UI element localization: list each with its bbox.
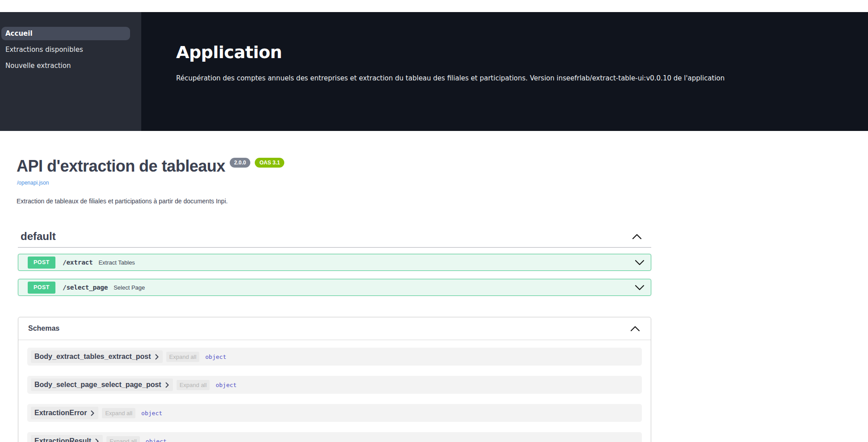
chevron-down-icon: [635, 285, 645, 290]
sidebar-item-nouvelle-extraction[interactable]: Nouvelle extraction: [1, 59, 130, 72]
sidebar: Accueil Extractions disponibles Nouvelle…: [0, 12, 141, 131]
schema-type: object: [141, 410, 162, 417]
schema-toggle[interactable]: Body_extract_tables_extract_post: [31, 350, 163, 363]
openapi-spec-link[interactable]: /openapi.json: [17, 180, 49, 186]
page-title: Application: [176, 42, 725, 62]
expand-all-button[interactable]: Expand all: [102, 408, 135, 418]
sidebar-item-label: Accueil: [5, 29, 33, 38]
chevron-down-icon: [635, 260, 645, 265]
default-tag-section: default POST /extract Extract Tables POS…: [18, 230, 651, 296]
collapse-section-button[interactable]: [631, 232, 643, 240]
chevron-right-icon: [95, 438, 99, 442]
api-info-section: API d'extraction de tableaux 2.0.0 OAS 3…: [17, 157, 868, 205]
sidebar-item-extractions-disponibles[interactable]: Extractions disponibles: [1, 43, 130, 56]
expand-endpoint-button[interactable]: [635, 260, 645, 265]
swagger-ui: API d'extraction de tableaux 2.0.0 OAS 3…: [0, 157, 868, 442]
version-badge: 2.0.0: [230, 158, 251, 168]
chevron-right-icon: [155, 354, 159, 360]
collapse-schemas-button[interactable]: [629, 325, 641, 333]
hero-banner: Accueil Extractions disponibles Nouvelle…: [0, 12, 868, 131]
schema-name: Body_select_page_select_page_post: [34, 381, 161, 389]
schema-type: object: [205, 354, 226, 360]
endpoint-summary: Select Page: [114, 284, 145, 291]
api-title: API d'extraction de tableaux: [17, 157, 225, 176]
page-description: Récupération des comptes annuels des ent…: [176, 74, 725, 82]
api-description: Extraction de tableaux de filiales et pa…: [17, 198, 868, 205]
endpoint-path: /extract: [63, 259, 93, 266]
schema-name: ExtractionError: [34, 409, 87, 417]
tag-title: default: [21, 230, 56, 243]
endpoint-row-select-page[interactable]: POST /select_page Select Page: [18, 279, 651, 296]
schema-row-extraction-error: ExtractionError Expand all object: [27, 404, 642, 422]
schema-type: object: [215, 382, 236, 388]
expand-all-button[interactable]: Expand all: [177, 380, 210, 390]
sidebar-item-accueil[interactable]: Accueil: [1, 27, 130, 40]
schema-name: Body_extract_tables_extract_post: [34, 353, 151, 361]
schema-toggle[interactable]: Body_select_page_select_page_post: [31, 379, 173, 391]
sidebar-item-label: Nouvelle extraction: [5, 62, 71, 70]
schema-toggle[interactable]: ExtractionError: [31, 407, 98, 419]
expand-all-button[interactable]: Expand all: [166, 352, 200, 362]
oas-badge: OAS 3.1: [255, 158, 284, 168]
method-badge: POST: [28, 282, 55, 294]
schema-row-body-select-page: Body_select_page_select_page_post Expand…: [27, 376, 642, 394]
chevron-up-icon: [630, 326, 640, 332]
schema-toggle[interactable]: ExtractionResult: [31, 435, 103, 442]
endpoint-row-extract[interactable]: POST /extract Extract Tables: [18, 254, 651, 271]
sidebar-item-label: Extractions disponibles: [5, 46, 83, 54]
api-title-row: API d'extraction de tableaux 2.0.0 OAS 3…: [17, 157, 868, 176]
expand-all-button[interactable]: Expand all: [106, 436, 140, 442]
chevron-up-icon: [632, 233, 642, 240]
chevron-right-icon: [91, 410, 94, 416]
hero-content: Application Récupération des comptes ann…: [141, 12, 751, 131]
default-tag-header[interactable]: default: [18, 230, 651, 248]
top-white-strip: [0, 0, 868, 12]
schema-row-body-extract-tables: Body_extract_tables_extract_post Expand …: [27, 348, 642, 366]
schemas-header[interactable]: Schemas: [18, 317, 651, 340]
schemas-section: Schemas Body_extract_tables_extract_post…: [18, 317, 651, 442]
chevron-right-icon: [165, 382, 169, 388]
endpoint-path: /select_page: [63, 284, 108, 291]
expand-endpoint-button[interactable]: [635, 285, 645, 290]
method-badge: POST: [28, 257, 55, 269]
schema-type: object: [146, 438, 167, 442]
schema-list: Body_extract_tables_extract_post Expand …: [18, 340, 651, 442]
schema-row-extraction-result: ExtractionResult Expand all object: [27, 432, 642, 442]
schema-name: ExtractionResult: [34, 437, 91, 442]
schemas-title: Schemas: [28, 324, 59, 333]
endpoint-summary: Extract Tables: [98, 259, 135, 266]
